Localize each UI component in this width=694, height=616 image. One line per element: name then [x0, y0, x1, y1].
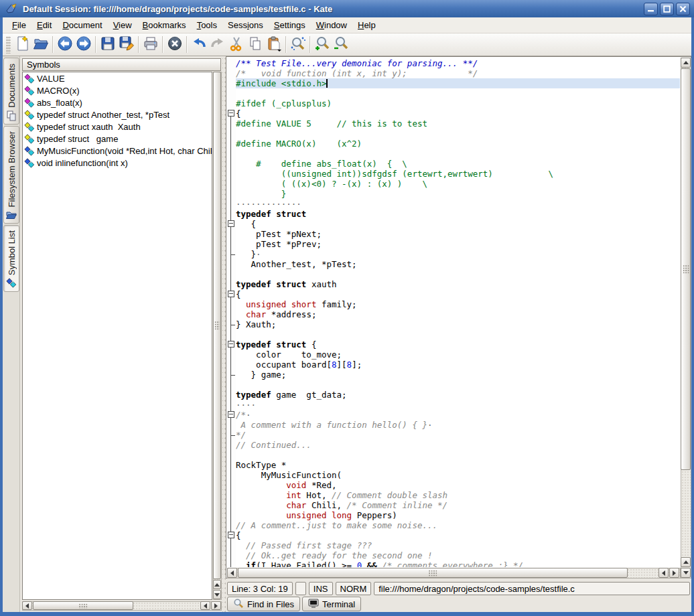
fold-marker[interactable]	[226, 289, 236, 299]
zoom-in-button[interactable]	[313, 35, 332, 54]
code-line-7[interactable]: #define VALUE 5 // this is to test	[226, 119, 680, 129]
copy-button[interactable]	[246, 35, 265, 54]
code-line-4[interactable]	[226, 88, 680, 98]
symbol-item[interactable]: VALUE	[23, 72, 212, 84]
code-line-51[interactable]: if(I_Have_Failed() >= 0 && /* comments e…	[226, 560, 680, 567]
find-in-files-button[interactable]: Find in Files	[227, 597, 300, 611]
symbols-vertical-scrollbar[interactable]	[213, 72, 222, 600]
toolbar-grip[interactable]	[6, 36, 11, 54]
code-area[interactable]: /** Test File...very demoniac for parsin…	[226, 57, 680, 567]
status-vi-mode[interactable]: NORM	[336, 582, 372, 595]
undo-button[interactable]	[190, 35, 208, 54]
save-button[interactable]	[98, 35, 117, 54]
code-line-22[interactable]	[226, 269, 680, 279]
symbol-item[interactable]: MACRO(x)	[23, 84, 212, 96]
code-line-10[interactable]	[226, 149, 680, 159]
code-line-41[interactable]: RockType *	[226, 460, 680, 470]
menu-settings[interactable]: Settings	[269, 18, 311, 32]
menu-bookmarks[interactable]: Bookmarks	[137, 18, 192, 32]
code-line-26[interactable]: char *address;	[226, 309, 680, 319]
cut-button[interactable]	[227, 35, 246, 54]
scroll-up-button[interactable]	[681, 557, 691, 567]
code-line-6[interactable]: {	[226, 108, 680, 119]
menu-help[interactable]: Help	[352, 18, 381, 32]
minimize-button[interactable]	[644, 3, 658, 15]
code-line-31[interactable]: occupant board[8][8];	[226, 360, 680, 370]
paste-button[interactable]	[265, 35, 283, 54]
sidebar-tab-filesystem-browser[interactable]: Filesystem Browser	[3, 126, 19, 224]
open-folder-button[interactable]	[31, 35, 50, 54]
menu-tools[interactable]: Tools	[192, 18, 222, 32]
code-line-37[interactable]: A comment with a function hello() { }·	[226, 420, 680, 430]
close-button[interactable]	[676, 3, 690, 15]
find-button[interactable]	[289, 35, 307, 54]
code-line-5[interactable]: #ifdef (_cplusplus)	[226, 98, 680, 108]
code-line-35[interactable]: ····	[226, 400, 680, 410]
stop-button[interactable]	[165, 35, 184, 54]
code-line-43[interactable]: void *Red,	[226, 480, 680, 490]
new-document-button[interactable]	[13, 35, 31, 54]
menu-edit[interactable]: Edit	[31, 18, 57, 32]
code-line-39[interactable]: // Continued...	[226, 440, 680, 450]
menu-file[interactable]: File	[7, 18, 31, 32]
code-line-46[interactable]: unsigned long Peppers)	[226, 510, 680, 520]
code-line-30[interactable]: color to_move;	[226, 350, 680, 360]
code-line-45[interactable]: char Chili, /* Comment inline */	[226, 500, 680, 510]
scrollbar-thumb[interactable]	[238, 568, 628, 578]
editor-horizontal-scrollbar[interactable]	[227, 568, 681, 579]
code-line-47[interactable]: // A comment..just to make some noise...	[226, 520, 680, 530]
scroll-right-button[interactable]	[211, 601, 221, 610]
terminal-button[interactable]: Terminal	[302, 597, 361, 611]
code-line-44[interactable]: int Hot, // Comment double slash	[226, 490, 680, 500]
maximize-button[interactable]	[660, 3, 674, 15]
code-line-40[interactable]	[226, 450, 680, 460]
go-forward-button[interactable]	[74, 35, 93, 54]
code-line-34[interactable]: typedef game gt_data;	[226, 390, 680, 400]
menu-view[interactable]: View	[108, 18, 137, 32]
symbol-item[interactable]: abs_float(x)	[23, 96, 212, 108]
code-line-3[interactable]: #include <stdio.h>	[226, 78, 680, 88]
code-line-1[interactable]: /** Test File...very demoniac for parsin…	[226, 58, 680, 68]
symbol-item[interactable]: typedef struct Another_test, *pTest	[23, 108, 212, 121]
scroll-left-button[interactable]	[22, 601, 32, 610]
code-line-25[interactable]: unsigned short family;	[226, 299, 680, 309]
fold-marker[interactable]	[226, 410, 236, 420]
menu-document[interactable]: Document	[57, 18, 107, 32]
symbol-item[interactable]: MyMusicFunction(void *Red,int Hot, char …	[23, 145, 212, 157]
fold-marker[interactable]	[226, 108, 236, 119]
code-line-36[interactable]: /*·	[226, 410, 680, 420]
editor-vertical-scrollbar[interactable]	[681, 58, 691, 579]
code-line-29[interactable]: typedef struct {	[226, 339, 680, 350]
print-button[interactable]	[141, 35, 160, 54]
code-line-24[interactable]: {	[226, 289, 680, 299]
code-line-48[interactable]: {	[226, 530, 680, 540]
scroll-left-button[interactable]	[227, 568, 237, 578]
symbol-item[interactable]: typedef struct game	[23, 133, 212, 145]
zoom-out-button[interactable]	[332, 35, 350, 54]
scrollbar-thumb[interactable]	[33, 601, 133, 610]
code-line-28[interactable]	[226, 329, 680, 339]
scroll-down-button[interactable]	[681, 568, 691, 578]
code-line-15[interactable]: ·············	[226, 199, 680, 209]
status-insert-mode[interactable]: INS	[309, 582, 333, 595]
code-line-14[interactable]: }	[226, 189, 680, 199]
code-line-19[interactable]: pTest *pPrev;	[226, 239, 680, 249]
code-line-21[interactable]: Another_test, *pTest;	[226, 259, 680, 269]
code-line-17[interactable]: {	[226, 219, 680, 229]
code-line-38[interactable]: */	[226, 430, 680, 440]
symbol-item[interactable]: void inlinefunction(int x)	[23, 157, 212, 169]
fold-marker[interactable]	[226, 219, 236, 229]
code-line-20[interactable]: }·	[226, 249, 680, 259]
code-line-23[interactable]: typedef struct xauth	[226, 279, 680, 289]
code-line-27[interactable]: } Xauth;	[226, 319, 680, 329]
symbol-item[interactable]: typedef struct xauth Xauth	[23, 121, 212, 133]
code-line-16[interactable]: typedef struct	[226, 209, 680, 219]
scroll-up-button[interactable]	[213, 580, 221, 589]
scrollbar-thumb[interactable]	[213, 72, 221, 579]
code-line-12[interactable]: ((unsigned int))sdfgdsf (ertewrt,ewrtwer…	[226, 169, 680, 179]
sidebar-tab-symbol-list[interactable]: Symbol List	[3, 225, 19, 292]
go-back-button[interactable]	[56, 35, 74, 54]
save-as-button[interactable]	[117, 35, 136, 54]
code-line-8[interactable]	[226, 129, 680, 139]
scroll-down-button[interactable]	[213, 590, 221, 599]
